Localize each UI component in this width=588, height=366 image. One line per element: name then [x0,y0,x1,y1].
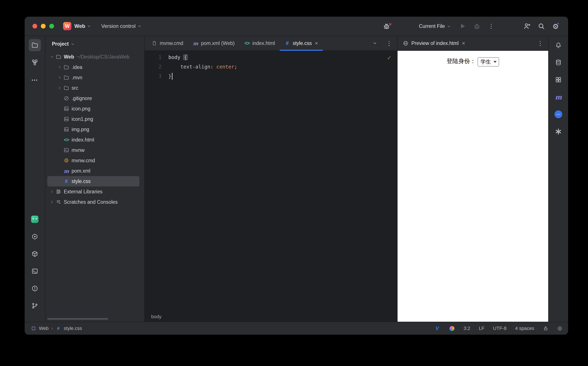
plugins-tool-button[interactable] [553,74,564,85]
expander-spacer [56,137,63,142]
tree-item-mvn[interactable]: .mvn [47,72,139,83]
line-number[interactable]: 3 [145,73,168,79]
version-control-menu[interactable]: Version control [101,23,142,29]
tab-options-kebab-icon[interactable]: ⋮ [386,40,392,46]
terminal-tool-button[interactable] [29,265,41,277]
more-tool-windows-button[interactable]: ⋯ [29,74,41,86]
assistant-plugin-button[interactable] [29,213,41,225]
preview-tab[interactable]: Preview of index.html × [403,40,465,46]
project-tree: Web~/Desktop/CS/JavaWeb .idea .mvn src .… [45,52,144,322]
code-token: ; [234,64,237,69]
minimize-window-button[interactable] [41,24,46,29]
css-icon: # [63,178,70,184]
line-separator-widget[interactable]: LF [479,326,484,331]
tree-item-icon1-png[interactable]: icon1.png [47,114,139,124]
ai-chat-tool-button[interactable]: ⋯ [553,109,564,120]
statusbar-file-crumb[interactable]: style.css [64,326,82,331]
code-line: 1 body { [145,53,397,62]
close-preview-tab-icon[interactable]: × [462,40,465,46]
tree-item-index-html[interactable]: <>index.html [47,135,139,145]
settings-gear-icon[interactable]: ⚙ [552,22,559,30]
chevron-right-icon[interactable] [48,199,55,205]
caret-position-widget[interactable]: 3:2 [464,326,470,331]
maven-tool-button[interactable]: m [553,92,564,103]
tree-item-web[interactable]: Web~/Desktop/CS/JavaWeb [47,52,139,62]
tree-item-label: mvnw [71,147,85,153]
tree-item-mvnw-cmd[interactable]: ⚙mvnw.cmd [47,155,139,166]
tab-list-chevron-down-icon[interactable] [371,40,378,46]
tree-item-label: External Libraries [64,189,102,195]
chevron-right-icon[interactable] [56,85,63,91]
close-window-button[interactable] [32,24,37,29]
project-badge[interactable]: W [63,22,71,30]
search-everywhere-icon[interactable] [537,22,545,30]
editor-tab-pom-xml-web[interactable]: mpom.xml (Web) [188,36,240,50]
chevron-right-icon[interactable] [48,189,55,194]
tree-item-pom-xml[interactable]: mpom.xml [47,166,139,176]
structure-tool-button[interactable] [29,56,41,69]
window-controls [32,24,54,29]
plugin-v-icon[interactable]: V [434,325,440,331]
tree-item-mvnw[interactable]: mvnw [47,145,139,155]
status-bar: Web › # style.css V 3:2 LF UTF-8 4 space… [25,322,568,335]
indent-widget[interactable]: 4 spaces [515,326,534,331]
openai-plugin-button[interactable] [553,126,564,137]
project-panel-header[interactable]: Project [45,36,144,52]
run-button[interactable] [459,22,466,30]
editor-tab-index-html[interactable]: <>index.html [239,36,280,50]
tree-item-icon-png[interactable]: icon.png [47,104,139,114]
stop-listening-debug-icon[interactable]: × [383,22,390,30]
css-file-icon: # [55,326,61,331]
chevron-right-icon[interactable] [56,75,63,80]
unlock-icon[interactable] [543,325,549,331]
identity-select[interactable]: 学生 [478,57,499,67]
line-number[interactable]: 2 [145,64,168,69]
tree-item-gitignore[interactable]: .gitignore [47,93,139,104]
build-tool-button[interactable] [29,248,41,260]
chevron-right-icon[interactable] [56,65,63,70]
tree-item-scratches-and-consoles[interactable]: Scratches and Consoles [47,197,139,207]
editor-area: mvnw.cmd mpom.xml (Web) <>index.html #st… [145,36,398,322]
close-tab-icon[interactable]: × [315,40,318,46]
editor-tab-mvnw-cmd[interactable]: mvnw.cmd [147,36,188,50]
code-editor[interactable]: 1 body { 2 text-align: center; 3 } ✓ [145,51,397,312]
horizontal-scrollbar[interactable] [47,318,108,320]
folder-icon [55,54,62,60]
expander-spacer [56,127,63,132]
debug-button[interactable] [473,22,481,30]
inspection-ok-icon[interactable]: ✓ [387,54,391,61]
run-configuration-select[interactable]: Current File [419,23,451,29]
project-tool-button[interactable] [29,39,41,51]
tree-item-external-libraries[interactable]: External Libraries [47,186,139,197]
tree-item-idea[interactable]: .idea [47,62,139,72]
notifications-button[interactable] [553,39,564,51]
editor-tab-style-css[interactable]: #style.css × [280,36,323,50]
more-actions-kebab-icon[interactable]: ⋮ [487,22,495,30]
zoom-window-button[interactable] [49,24,54,29]
html-icon: <> [244,40,250,46]
code-token: { [183,54,188,60]
version-control-tool-button[interactable] [29,300,41,312]
project-name-menu[interactable]: Web [74,23,85,29]
shell-icon [63,147,70,153]
services-tool-button[interactable] [29,230,41,243]
image-icon [63,116,70,122]
problems-tool-button[interactable] [29,282,41,295]
statusbar-project-crumb[interactable]: Web [39,326,49,331]
tree-item-src[interactable]: src [47,83,139,93]
tree-item-img-png[interactable]: img.png [47,124,139,135]
tree-item-style-css[interactable]: #style.css [47,176,139,186]
folder-icon [63,75,70,81]
line-number[interactable]: 1 [145,54,168,60]
breadcrumb[interactable]: body [145,312,397,322]
code-with-me-user-plus-icon[interactable] [523,22,531,30]
preview-options-kebab-icon[interactable]: ⋮ [537,40,543,46]
tab-label: pom.xml (Web) [201,40,235,46]
plugin-color-icon[interactable] [449,325,455,331]
tab-label: style.css [293,40,312,46]
memory-indicator[interactable] [557,326,562,331]
database-tool-button[interactable] [553,57,564,68]
chevron-down-icon[interactable] [48,54,55,59]
expander-spacer [56,148,63,153]
encoding-widget[interactable]: UTF-8 [493,326,506,331]
